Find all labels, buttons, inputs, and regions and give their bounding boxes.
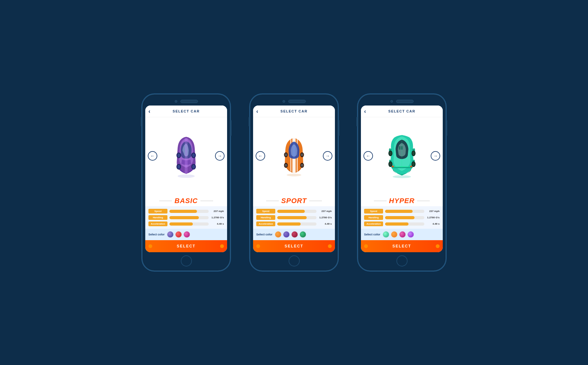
screen-title-sport: SELECT CAR xyxy=(280,109,307,113)
stat-row-acceleration-sport: Acceleration 4.49 s xyxy=(256,221,332,226)
color-option-hyper-4[interactable] xyxy=(408,231,414,238)
camera-dot-sport xyxy=(283,100,285,103)
stat-bar-fill-handling xyxy=(169,216,199,219)
stat-value-speed-hyper: 237 mph xyxy=(426,210,440,213)
back-button-hyper[interactable]: ‹ xyxy=(364,108,366,115)
car-name-section-hyper: HYPER xyxy=(361,194,443,206)
select-button-sport[interactable]: SELECT xyxy=(253,240,335,252)
car-image-hyper xyxy=(385,134,419,177)
car-display-basic: ← xyxy=(145,117,227,194)
stat-bar-handling xyxy=(169,216,209,219)
color-option-hyper-3[interactable] xyxy=(399,231,406,238)
stat-row-handling-sport: Handling 1.2780 G's xyxy=(256,215,332,220)
name-line-right xyxy=(200,201,213,201)
color-section-hyper: Select color xyxy=(361,229,443,240)
phone-sport: ‹ SELECT CAR ← xyxy=(250,94,338,271)
nav-right-basic[interactable]: → xyxy=(215,151,225,161)
color-option-sport-2[interactable] xyxy=(283,231,290,238)
svg-rect-21 xyxy=(399,146,400,150)
stat-label-acceleration-hyper: Acceleration xyxy=(364,221,383,226)
car-name-sport: SPORT xyxy=(281,197,307,205)
stat-value-acceleration-hyper: 4.49 s xyxy=(426,222,440,225)
stat-value-handling: 1.2780 G's xyxy=(211,216,224,219)
nav-right-hyper[interactable]: → xyxy=(431,151,440,161)
stat-label-speed-sport: Speed xyxy=(256,209,275,214)
nav-left-basic[interactable]: ← xyxy=(148,151,157,161)
screen-header-hyper: ‹ SELECT CAR xyxy=(361,106,443,117)
screen-title-basic: SELECT CAR xyxy=(173,109,199,113)
stat-label-acceleration-sport: Acceleration xyxy=(256,221,275,226)
stat-bar-fill-handling-sport xyxy=(277,216,307,219)
color-option-1[interactable] xyxy=(167,231,173,238)
stat-row-speed-sport: Speed 237 mph xyxy=(256,209,332,214)
stat-bar-fill-speed-hyper xyxy=(385,210,413,213)
nav-right-sport[interactable]: → xyxy=(323,151,332,161)
stat-value-handling-hyper: 1.2780 G's xyxy=(426,216,440,219)
phone-top-bar-sport xyxy=(253,99,335,106)
svg-point-0 xyxy=(178,174,195,178)
stat-label-speed-hyper: Speed xyxy=(364,209,383,214)
stat-value-speed-sport: 237 mph xyxy=(318,210,332,213)
stat-row-handling: Handling 1.2780 G's xyxy=(148,215,224,220)
back-button-sport[interactable]: ‹ xyxy=(256,108,258,115)
phone-frame-hyper: ‹ SELECT CAR ← xyxy=(357,94,446,271)
color-option-2[interactable] xyxy=(175,231,182,238)
color-option-sport-1[interactable] xyxy=(275,231,281,238)
stat-bar-fill-handling-hyper xyxy=(385,216,415,219)
phone-frame-basic: ‹ SELECT CAR ← xyxy=(142,94,231,271)
color-option-hyper-1[interactable] xyxy=(383,231,389,238)
speaker-grille xyxy=(180,100,198,103)
home-button-hyper[interactable] xyxy=(396,255,408,266)
stat-label-handling: Handling xyxy=(148,215,167,220)
select-button-hyper[interactable]: SELECT xyxy=(361,240,443,252)
home-button-basic[interactable] xyxy=(181,255,192,266)
stat-label-handling-hyper: Handling xyxy=(364,215,383,220)
stat-value-acceleration-sport: 4.49 s xyxy=(318,222,332,225)
stat-bar-fill-speed-sport xyxy=(277,210,305,213)
stat-value-handling-sport: 1.2780 G's xyxy=(318,216,332,219)
color-option-3[interactable] xyxy=(184,231,190,238)
stat-row-handling-hyper: Handling 1.2780 G's xyxy=(364,215,440,220)
phone-frame-sport: ‹ SELECT CAR ← xyxy=(250,94,338,271)
stat-bar-fill-acceleration-hyper xyxy=(385,222,408,226)
speaker-grille-hyper xyxy=(396,100,414,103)
stat-label-acceleration: Acceleration xyxy=(148,221,167,226)
screen-sport: ‹ SELECT CAR ← xyxy=(253,106,335,252)
phones-container: ‹ SELECT CAR ← xyxy=(142,94,446,271)
car-name-basic: BASIC xyxy=(174,197,198,205)
stat-bar-speed-sport xyxy=(277,210,317,213)
phone-hyper: ‹ SELECT CAR ← xyxy=(357,94,446,271)
name-line-right-sport xyxy=(309,201,322,201)
select-button-basic[interactable]: SELECT xyxy=(145,240,227,252)
screen-header-basic: ‹ SELECT CAR xyxy=(145,106,227,117)
stat-value-acceleration: 4.49 s xyxy=(211,222,224,225)
screen-basic: ‹ SELECT CAR ← xyxy=(145,106,227,252)
screen-title-hyper: SELECT CAR xyxy=(388,109,415,113)
color-section-basic: Select color xyxy=(145,229,227,240)
name-line-left-hyper xyxy=(374,201,387,201)
home-button-sport[interactable] xyxy=(289,255,300,266)
phone-top-bar-hyper xyxy=(361,99,443,106)
color-label-sport: Select color xyxy=(256,233,272,236)
stat-bar-fill-acceleration xyxy=(169,222,193,226)
camera-dot xyxy=(175,100,177,103)
color-label-hyper: Select color xyxy=(364,233,380,236)
car-name-section-basic: BASIC xyxy=(145,194,227,206)
car-name-section-sport: SPORT xyxy=(253,194,335,206)
stat-bar-speed xyxy=(169,210,209,213)
color-option-hyper-2[interactable] xyxy=(391,231,397,238)
back-button-basic[interactable]: ‹ xyxy=(148,108,150,115)
nav-left-hyper[interactable]: ← xyxy=(363,151,373,161)
nav-left-sport[interactable]: ← xyxy=(256,151,265,161)
stat-bar-acceleration-hyper xyxy=(385,222,424,226)
stat-row-acceleration-hyper: Acceleration 4.49 s xyxy=(364,221,440,226)
car-name-hyper: HYPER xyxy=(389,197,415,205)
color-option-sport-4[interactable] xyxy=(300,231,306,238)
stat-bar-acceleration xyxy=(169,222,209,226)
car-display-sport: ← xyxy=(253,117,335,194)
stat-label-handling-sport: Handling xyxy=(256,215,275,220)
color-options-hyper xyxy=(383,231,414,238)
phone-basic: ‹ SELECT CAR ← xyxy=(142,94,231,271)
color-option-sport-3[interactable] xyxy=(291,231,298,238)
car-image-basic xyxy=(169,134,203,177)
